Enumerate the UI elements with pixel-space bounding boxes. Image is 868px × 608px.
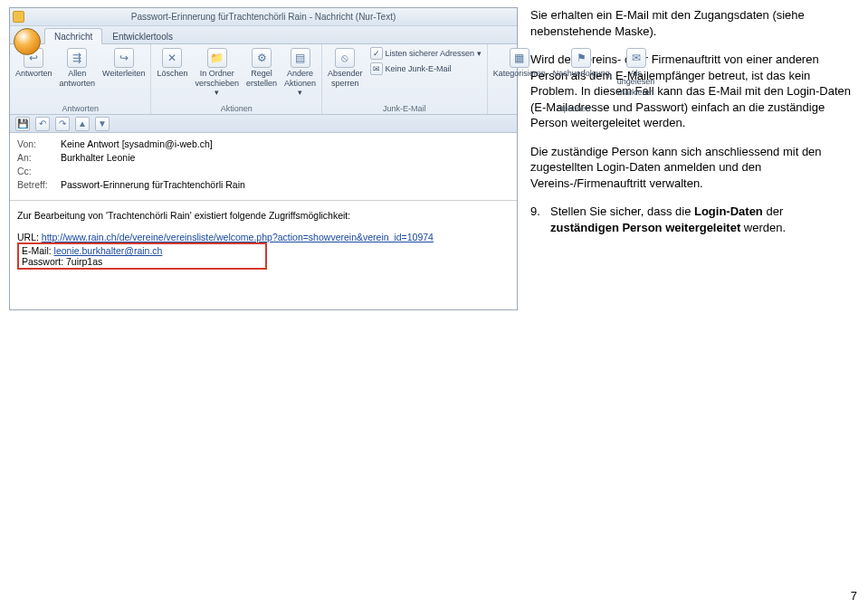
delete-icon: ✕	[162, 48, 182, 68]
page-number: 7	[851, 589, 857, 603]
from-label: Von:	[17, 138, 61, 149]
cc-label: Cc:	[17, 166, 61, 176]
rule-icon: ⚙	[252, 48, 272, 68]
to-label: An:	[17, 152, 61, 163]
safe-lists-button[interactable]: ✓ Listen sicherer Adressen ▾	[368, 46, 483, 61]
tab-devtools[interactable]: Entwicklertools	[102, 28, 183, 43]
step-text: Stellen Sie sicher, dass die Login-Daten…	[550, 204, 852, 235]
instruction-p3: Die zuständige Person kann sich anschlie…	[530, 144, 852, 192]
qat-undo-button[interactable]: ↶	[35, 117, 50, 131]
forward-button[interactable]: ↪ Weiterleiten	[100, 46, 147, 78]
block-sender-button[interactable]: ⦸ Absender sperren	[326, 46, 365, 89]
not-junk-icon: ✉	[370, 62, 383, 75]
qat-prev-button[interactable]: ▲	[75, 117, 90, 131]
mark-unread-button[interactable]: ✉ Als ungelesen markieren	[615, 46, 657, 97]
url-label: URL:	[17, 232, 42, 242]
group-label-junk: Junk-E-Mail	[326, 103, 483, 113]
email-label: E-Mail:	[22, 245, 54, 256]
subject-value: Passwort-Erinnerung fürTrachtenchörli Ra…	[61, 179, 245, 190]
step-number: 9.	[530, 204, 543, 235]
reply-all-icon: ⇶	[67, 48, 87, 68]
move-to-folder-button[interactable]: 📁 In Ordner verschieben ▾	[193, 46, 241, 97]
ribbon-group-junk: ⦸ Absender sperren ✓ Listen sicherer Adr…	[322, 44, 488, 114]
password-value: 7uirp1as	[66, 256, 102, 267]
tab-message[interactable]: Nachricht	[44, 28, 102, 44]
qat-save-button[interactable]: 💾	[15, 117, 30, 131]
categorize-button[interactable]: ▦ Kategorisieren	[491, 46, 548, 78]
password-line: Passwort: 7uirp1as	[22, 256, 262, 267]
email-line: E-Mail: leonie.burkhalter@rain.ch	[22, 245, 262, 256]
url-line: URL: http://www.rain.ch/de/vereine/verei…	[17, 232, 510, 242]
other-actions-button[interactable]: ▤ Andere Aktionen ▾	[282, 46, 318, 97]
window-title: Passwort-Erinnerung fürTrachtenchörli Ra…	[131, 12, 396, 22]
ribbon-group-options: ▦ Kategorisieren ⚑ Nachverfolgung ✉ Als …	[488, 44, 661, 114]
office-orb-button[interactable]	[14, 28, 41, 55]
qat-redo-button[interactable]: ↷	[55, 117, 70, 131]
group-label-actions: Aktionen	[155, 103, 318, 113]
unread-icon: ✉	[626, 48, 646, 68]
subject-label: Betreff:	[17, 179, 61, 190]
title-bar: Passwort-Erinnerung fürTrachtenchörli Ra…	[10, 8, 517, 26]
credentials-highlight: E-Mail: leonie.burkhalter@rain.ch Passwo…	[17, 242, 267, 270]
window-icon	[13, 11, 24, 23]
from-value: Keine Antwort [sysadmin@i-web.ch]	[61, 138, 213, 149]
reply-all-button[interactable]: ⇶ Allen antworten	[58, 46, 98, 89]
ribbon-tabs: Nachricht Entwicklertools	[10, 26, 517, 44]
block-icon: ⦸	[335, 48, 355, 68]
instruction-p1: Sie erhalten ein E-Mail mit den Zugangsd…	[530, 7, 852, 39]
delete-button[interactable]: ✕ Löschen	[155, 46, 189, 78]
not-junk-button[interactable]: ✉ Keine Junk-E-Mail	[368, 62, 483, 76]
folder-icon: 📁	[207, 48, 227, 68]
group-label-options: Optionen	[491, 103, 657, 113]
followup-button[interactable]: ⚑ Nachverfolgung	[551, 46, 612, 78]
url-link[interactable]: http://www.rain.ch/de/vereine/vereinslis…	[42, 232, 434, 242]
ribbon: ↩ Antworten ⇶ Allen antworten ↪ Weiterle…	[10, 44, 517, 115]
create-rule-button[interactable]: ⚙ Regel erstellen	[244, 46, 279, 89]
ribbon-group-actions: ✕ Löschen 📁 In Ordner verschieben ▾ ⚙ Re…	[151, 44, 322, 114]
safe-list-icon: ✓	[370, 47, 383, 60]
password-label: Passwort:	[22, 256, 66, 267]
categorize-icon: ▦	[510, 48, 529, 68]
forward-icon: ↪	[114, 48, 134, 68]
outlook-window: Passwort-Erinnerung fürTrachtenchörli Ra…	[9, 7, 518, 310]
message-body: Zur Bearbeitung von 'Trachtenchörli Rain…	[10, 201, 517, 309]
group-label-respond: Antworten	[14, 103, 147, 113]
ribbon-group-respond: ↩ Antworten ⇶ Allen antworten ↪ Weiterle…	[10, 44, 151, 114]
flag-icon: ⚑	[571, 48, 591, 68]
email-link[interactable]: leonie.burkhalter@rain.ch	[54, 245, 163, 256]
instruction-step-9: 9. Stellen Sie sicher, dass die Login-Da…	[530, 204, 852, 235]
body-intro-text: Zur Bearbeitung von 'Trachtenchörli Rain…	[17, 210, 510, 221]
quick-access-toolbar: 💾 ↶ ↷ ▲ ▼	[10, 115, 517, 133]
other-actions-icon: ▤	[291, 48, 310, 68]
to-value: Burkhalter Leonie	[61, 152, 135, 163]
qat-next-button[interactable]: ▼	[95, 117, 110, 131]
message-headers: Von: Keine Antwort [sysadmin@i-web.ch] A…	[10, 133, 517, 201]
